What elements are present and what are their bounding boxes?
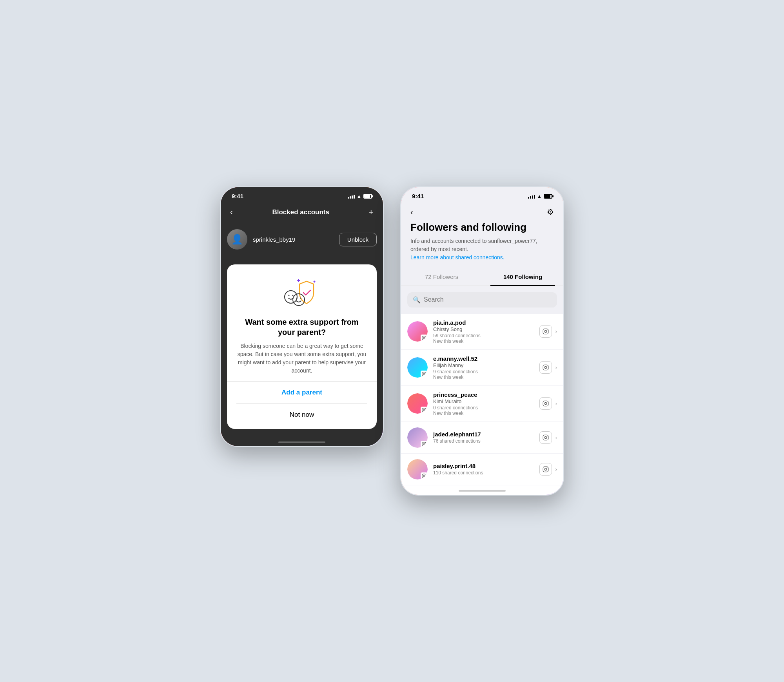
instagram-badge: [421, 407, 428, 414]
svg-point-7: [293, 294, 305, 306]
svg-point-27: [547, 402, 548, 402]
wifi-icon: ▲: [537, 194, 542, 199]
tabs-container: 72 Followers 140 Following: [401, 268, 563, 286]
add-parent-button[interactable]: Add a parent: [236, 382, 367, 404]
svg-point-14: [545, 330, 547, 332]
home-bar: [278, 441, 325, 443]
modal-illustration: [236, 275, 367, 311]
signal-icon: [348, 194, 355, 199]
item-actions: ›: [539, 431, 557, 444]
tab-following[interactable]: 140 Following: [482, 268, 563, 286]
svg-rect-31: [543, 435, 548, 440]
back-icon[interactable]: ‹: [230, 207, 233, 217]
username: paisley.print.48: [433, 463, 534, 469]
avatar: [407, 393, 428, 414]
shared-connections: 0 shared connections New this week: [433, 405, 534, 416]
page-title: Followers and following: [410, 221, 554, 233]
modal-title: Want some extra support from your parent…: [236, 317, 367, 337]
svg-point-32: [545, 436, 547, 438]
svg-rect-34: [422, 474, 426, 478]
svg-rect-25: [543, 401, 548, 406]
svg-rect-13: [543, 329, 548, 334]
right-nav: ‹ ⚙: [401, 203, 563, 221]
back-icon[interactable]: ‹: [410, 208, 413, 217]
svg-point-4: [285, 291, 297, 303]
right-status-bar: 9:41 ▲: [401, 187, 563, 203]
instagram-badge: [421, 472, 428, 479]
left-status-icons: ▲: [348, 194, 372, 199]
user-info: e.manny.well.52 Ellijah Manny 9 shared c…: [433, 355, 534, 380]
home-indicator: [221, 437, 383, 446]
shared-connections: 59 shared connections New this week: [433, 333, 534, 344]
left-phone: 9:41 ▲ ‹ Blocked accounts +: [220, 186, 384, 447]
real-name: Ellijah Manny: [433, 362, 534, 368]
username: pia.in.a.pod: [433, 319, 534, 326]
svg-point-12: [425, 337, 426, 338]
svg-point-29: [423, 443, 425, 445]
svg-point-5: [289, 295, 290, 296]
blocked-avatar: 👤: [227, 229, 247, 250]
signal-icon: [528, 194, 535, 199]
svg-rect-37: [543, 467, 548, 472]
learn-more-link[interactable]: Learn more about shared connections.: [410, 254, 505, 260]
home-bar: [459, 490, 506, 492]
svg-point-21: [547, 365, 548, 366]
settings-icon[interactable]: ⚙: [547, 207, 554, 217]
modal-card: Want some extra support from your parent…: [227, 264, 377, 429]
shared-connections: 76 shared connections: [433, 438, 534, 444]
unblock-button[interactable]: Unblock: [339, 233, 377, 246]
shared-connections: 110 shared connections: [433, 470, 534, 476]
right-time: 9:41: [412, 193, 424, 199]
avatar: [407, 427, 428, 448]
blocked-item: 👤 sprinkles_bby19 Unblock: [227, 225, 377, 253]
instagram-button[interactable]: [539, 361, 552, 374]
avatar: [407, 321, 428, 342]
instagram-button[interactable]: [539, 463, 552, 476]
tab-followers[interactable]: 72 Followers: [401, 268, 482, 286]
following-list: pia.in.a.pod Chirsty Song 59 shared conn…: [401, 314, 563, 485]
svg-rect-28: [422, 442, 426, 446]
chevron-right-icon: ›: [555, 466, 557, 472]
svg-point-36: [425, 474, 426, 475]
item-actions: ›: [539, 361, 557, 374]
svg-rect-19: [543, 365, 548, 370]
list-item[interactable]: jaded.elephant17 76 shared connections ›: [401, 422, 563, 454]
search-bar: 🔍: [407, 292, 557, 308]
chevron-right-icon: ›: [555, 434, 557, 441]
list-item[interactable]: paisley.print.48 110 shared connections …: [401, 454, 563, 485]
svg-point-23: [423, 409, 425, 411]
not-now-button[interactable]: Not now: [236, 404, 367, 426]
list-item[interactable]: pia.in.a.pod Chirsty Song 59 shared conn…: [401, 314, 563, 350]
battery-icon: [363, 194, 372, 199]
instagram-badge: [421, 441, 428, 448]
parent-support-icon: [282, 275, 321, 311]
list-item[interactable]: e.manny.well.52 Ellijah Manny 9 shared c…: [401, 350, 563, 386]
instagram-button[interactable]: [539, 325, 552, 338]
wifi-icon: ▲: [357, 194, 361, 199]
svg-point-35: [423, 475, 425, 477]
svg-point-24: [425, 409, 426, 410]
username: jaded.elephant17: [433, 431, 534, 438]
svg-point-17: [423, 373, 425, 375]
svg-point-11: [423, 337, 425, 339]
add-icon[interactable]: +: [368, 207, 374, 217]
search-input[interactable]: [424, 296, 552, 303]
list-item[interactable]: princess_peace Kimi Muraito 0 shared con…: [401, 386, 563, 422]
real-name: Kimi Muraito: [433, 398, 534, 404]
svg-rect-22: [422, 408, 426, 412]
shared-connections: 9 shared connections New this week: [433, 369, 534, 380]
username: princess_peace: [433, 391, 534, 398]
svg-point-8: [296, 298, 298, 299]
user-info: jaded.elephant17 76 shared connections: [433, 431, 534, 444]
svg-point-18: [425, 373, 426, 374]
battery-icon: [544, 194, 552, 199]
real-name: Chirsty Song: [433, 326, 534, 332]
svg-point-9: [300, 298, 301, 299]
svg-point-33: [547, 436, 548, 436]
instagram-button[interactable]: [539, 431, 552, 444]
svg-point-6: [292, 295, 294, 296]
right-phone: 9:41 ▲ ‹ ⚙ Followers and following: [400, 186, 564, 496]
instagram-button[interactable]: [539, 397, 552, 410]
subtitle: Info and accounts connected to sunflower…: [410, 237, 554, 262]
avatar: [407, 357, 428, 378]
